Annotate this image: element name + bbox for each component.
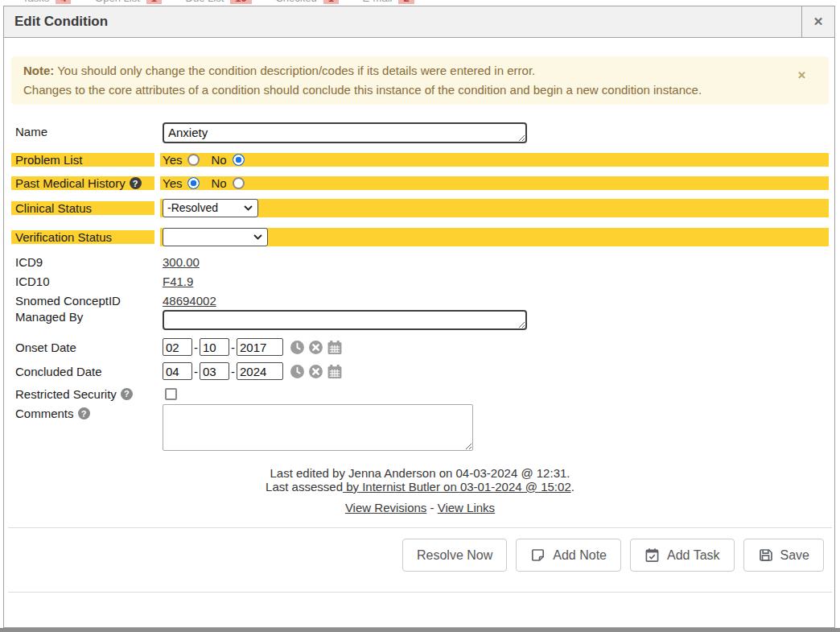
dialog-body: Note: You should only change the conditi… <box>4 56 834 593</box>
icd10-label: ICD10 <box>11 275 154 288</box>
past-medical-history-row: Past Medical History ? Yes No <box>11 172 829 194</box>
note-close-icon[interactable]: ✕ <box>797 66 806 85</box>
note-prefix: Note: <box>23 64 54 77</box>
help-icon[interactable]: ? <box>78 407 90 419</box>
onset-year-input[interactable] <box>237 338 283 356</box>
clinical-status-row: Clinical Status -Resolved <box>11 196 829 220</box>
close-icon: ✕ <box>813 14 824 29</box>
verification-status-row: Verification Status <box>11 225 829 250</box>
name-label: Name <box>11 122 154 138</box>
concluded-date-label: Concluded Date <box>11 365 154 378</box>
clock-icon[interactable] <box>290 364 305 379</box>
background-toolbar-item: Open List1 <box>95 0 162 4</box>
concluded-year-input[interactable] <box>237 362 283 380</box>
last-edited-text: Last edited by Jenna Anderson on 04-03-2… <box>11 466 829 480</box>
verification-status-select[interactable] <box>163 228 268 246</box>
last-assessed-link[interactable]: by Internist Butler on 03-01-2024 @ 15:0… <box>343 480 571 494</box>
date-dash: - <box>231 365 235 378</box>
pmh-no-label: No <box>211 176 226 190</box>
note-line1: You should only change the condition des… <box>57 64 535 77</box>
past-medical-history-label: Past Medical History <box>15 176 126 190</box>
comments-input[interactable] <box>163 404 473 451</box>
problem-list-no-radio[interactable] <box>233 154 245 166</box>
dialog-bottom-edge <box>0 628 840 632</box>
add-note-button[interactable]: Add Note <box>516 539 621 572</box>
edit-condition-dialog: Edit Condition ✕ Note: You should only c… <box>3 6 835 628</box>
last-assessed-suffix: . <box>571 480 574 494</box>
view-links-link[interactable]: View Links <box>438 501 495 514</box>
managed-by-input[interactable] <box>163 310 527 330</box>
concluded-day-input[interactable] <box>200 362 229 380</box>
background-toolbar-item: Tasks4 <box>23 0 71 4</box>
problem-list-yes-label: Yes <box>163 153 182 167</box>
problem-list-label: Problem List <box>11 153 154 167</box>
save-icon <box>758 547 773 563</box>
snomed-label: Snomed ConceptID <box>11 294 154 308</box>
add-task-button[interactable]: Add Task <box>630 539 735 572</box>
background-toolbar: Tasks4 Open List1 Due List10 Checked1 E-… <box>0 0 840 4</box>
save-button[interactable]: Save <box>743 539 824 572</box>
icd9-code-link[interactable]: 300.00 <box>163 255 200 269</box>
resolve-now-button[interactable]: Resolve Now <box>402 539 507 572</box>
note-banner: Note: You should only change the conditi… <box>11 56 829 105</box>
onset-day-input[interactable] <box>200 338 229 356</box>
icd10-row: ICD10 F41.9 <box>11 271 829 291</box>
count-badge: 1 <box>146 0 162 4</box>
onset-date-row: Onset Date - - <box>11 335 829 359</box>
last-assessed-text: Last assessed by Internist Butler on 03-… <box>11 480 829 494</box>
date-dash: - <box>194 341 198 354</box>
comments-label: Comments <box>15 407 74 420</box>
concluded-month-input[interactable] <box>163 362 192 380</box>
help-icon[interactable]: ? <box>121 388 133 400</box>
clear-date-icon[interactable] <box>308 364 323 379</box>
chevron-down-icon <box>244 205 253 211</box>
clinical-status-value: -Resolved <box>167 201 218 214</box>
clinical-status-select[interactable]: -Resolved <box>163 199 258 217</box>
calendar-icon[interactable] <box>327 340 343 355</box>
snomed-row: Snomed ConceptID 48694002 <box>11 291 829 310</box>
revision-links: View Revisions - View Links <box>11 501 829 514</box>
concluded-date-row: Concluded Date - - <box>11 359 829 383</box>
snomed-code-link[interactable]: 48694002 <box>163 294 216 308</box>
view-revisions-link[interactable]: View Revisions <box>345 501 426 514</box>
pmh-no-radio[interactable] <box>233 177 245 189</box>
clinical-status-label: Clinical Status <box>11 201 154 215</box>
icd9-row: ICD9 300.00 <box>11 252 829 271</box>
problem-list-no-label: No <box>211 153 226 167</box>
problem-list-yes-radio[interactable] <box>187 154 200 166</box>
save-label: Save <box>780 548 809 563</box>
note-text: Note: You should only change the conditi… <box>23 61 817 100</box>
pmh-yes-radio[interactable] <box>187 177 200 189</box>
help-icon[interactable]: ? <box>130 177 142 189</box>
background-toolbar-item: Due List10 <box>186 0 252 4</box>
clear-date-icon[interactable] <box>308 340 323 355</box>
problem-list-row: Problem List Yes No <box>11 149 829 171</box>
managed-by-label: Managed By <box>11 310 154 324</box>
background-page-strip: Tasks4 Open List1 Due List10 Checked1 E-… <box>0 0 840 6</box>
add-task-label: Add Task <box>667 548 720 563</box>
name-input[interactable]: Anxiety <box>163 122 527 143</box>
divider-bottom <box>8 592 832 593</box>
icd9-label: ICD9 <box>11 255 154 269</box>
pmh-yes-label: Yes <box>163 176 182 190</box>
clock-icon[interactable] <box>290 340 305 355</box>
add-note-label: Add Note <box>553 548 607 563</box>
onset-month-input[interactable] <box>163 338 192 356</box>
note-icon <box>530 547 546 563</box>
managed-by-row: Managed By <box>11 310 829 335</box>
background-toolbar-item: E-mail2 <box>363 0 414 4</box>
calendar-icon[interactable] <box>327 364 343 379</box>
restricted-security-row: Restricted Security ? <box>11 383 829 404</box>
divider-top <box>8 527 832 528</box>
last-assessed-prefix: Last assessed <box>266 480 343 494</box>
icd10-code-link[interactable]: F41.9 <box>163 275 193 288</box>
dialog-title: Edit Condition <box>4 6 801 37</box>
onset-date-label: Onset Date <box>11 341 154 354</box>
resolve-now-label: Resolve Now <box>417 548 492 563</box>
chevron-down-icon <box>253 234 262 240</box>
dialog-close-button[interactable]: ✕ <box>801 6 834 37</box>
verification-status-label: Verification Status <box>11 230 154 244</box>
count-badge: 1 <box>323 0 339 4</box>
restricted-security-checkbox[interactable] <box>165 388 177 400</box>
background-toolbar-item: Checked1 <box>275 0 339 4</box>
